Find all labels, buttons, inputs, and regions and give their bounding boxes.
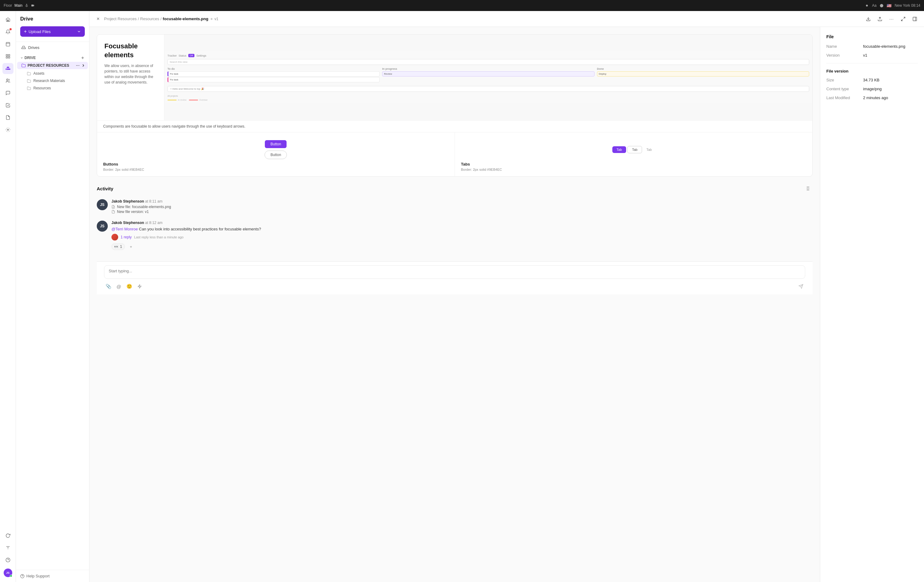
reaction-row: 👀 1 + [111,243,813,250]
add-section-icon[interactable] [81,56,85,60]
tracker-col-progress: In progress Review [382,67,594,83]
activity-item-2: JS Jakob Stephenson at 8:12 am @Terri Mo… [97,220,813,250]
help-icon [20,574,25,578]
svg-rect-3 [8,54,10,56]
project-resources-row[interactable]: PROJECT RESOURCES [17,62,88,69]
content-area: Focusable elements We allow users, in ab… [89,27,924,582]
sidebar-home-icon[interactable] [2,14,13,25]
svg-rect-1 [6,43,10,46]
sidebar-filter-icon[interactable] [2,542,13,553]
activity-item-1: JS Jakob Stephenson at 8:11 am New file:… [97,199,813,214]
flag-icon: 🇺🇸 [887,3,891,8]
sidebar-notifications-icon[interactable] [2,26,13,37]
search-icon-top[interactable] [865,4,869,8]
sidebar-drive-icon[interactable] [2,63,13,74]
activity-meta-1: Jakob Stephenson at 8:11 am [111,199,813,204]
close-button[interactable]: ✕ [94,15,102,23]
activity-body-2: Jakob Stephenson at 8:12 am @Terri Monro… [111,220,813,250]
tracker-col-todo: To do Fix task Fix task [167,67,380,83]
folder-assets[interactable]: Assets [25,70,89,77]
image-preview-bottom: Button Button Buttons Border: 2px solid … [97,132,812,176]
sidebar-tasks-icon[interactable] [2,100,13,111]
btn-demo-outline: Button [264,151,287,159]
send-button[interactable] [797,282,805,291]
last-modified-label: Last Modified [826,95,863,100]
sidebar-toggle-button[interactable] [911,15,919,23]
version-icon [111,210,115,214]
btn-demo-filled: Button [265,140,287,148]
upload-button[interactable]: + Upload Files [20,26,85,37]
svg-point-16 [78,65,78,66]
help-label: Help Support [26,574,50,578]
svg-point-0 [880,4,883,7]
tabs-border: Border: 2px solid #9EB4EC [461,168,807,171]
mention-button[interactable]: @ [114,282,123,291]
image-preview-top: Focusable elements We allow users, in ab… [97,35,812,120]
tracker-columns: To do Fix task Fix task In progress Revi… [167,67,809,83]
sidebar-file-icon[interactable] [2,112,13,123]
gif-button[interactable] [135,282,144,291]
folder-resources[interactable]: Resources [25,84,89,92]
svg-point-26 [808,188,808,189]
comment-tools: 📎 @ 🙂 [104,282,805,291]
name-value: focusable-elements.png [863,44,905,49]
font-icon: Aa [872,3,876,8]
preview-tabs-section: Tab Tab Tab Tabs Border: 2px solid #9EB4… [455,133,813,176]
download-button[interactable] [864,15,873,23]
sidebar-footer: Help Support [16,570,89,582]
more-icon[interactable] [76,63,80,67]
sidebar-question-icon[interactable] [2,554,13,566]
comment-input[interactable] [104,265,805,279]
folder-research-label: Research Materials [33,79,65,83]
activity-body-1: Jakob Stephenson at 8:11 am New file: fo… [111,199,813,214]
svg-rect-5 [8,57,10,58]
activity-time-1: at 8:11 am [145,199,163,204]
preview-title: Focusable elements [104,42,157,59]
reaction-emoji: 👀 [114,245,119,249]
sidebar-people-icon[interactable] [2,75,13,86]
emoji-button[interactable]: 🙂 [125,282,134,291]
help-support-item[interactable]: Help Support [20,574,85,578]
upload-version-button[interactable] [876,15,884,23]
sidebar-settings-icon[interactable] [2,124,13,135]
panel-divider [826,63,918,63]
tab-demo-active: Tab [612,146,626,153]
main: ✕ Project Resources / Resources / focusa… [89,11,924,582]
info-row-last-modified: Last Modified 2 minutes ago [826,95,918,100]
attach-button[interactable]: 📎 [104,282,113,291]
breadcrumb-1: Project Resources [104,16,137,21]
tab-demo-plain: Tab [643,146,655,153]
user-avatar[interactable]: JS [4,569,12,577]
info-row-name: Name focusable-elements.png [826,44,918,49]
reaction-add-button[interactable]: + [127,243,135,250]
section-header-left[interactable]: DRIVE [20,56,36,60]
reaction-button[interactable]: 👀 1 [111,243,125,250]
sidebar-updates-icon[interactable] [2,530,13,541]
folder-research[interactable]: Research Materials [25,77,89,84]
activity-filter-button[interactable] [804,184,813,193]
mic-icon [25,4,28,7]
plus-icon: + [24,29,26,34]
mention: @Terri Monroe [111,227,138,231]
tabs-label: Tabs [461,162,807,166]
name-label: Name [826,44,863,49]
svg-marker-34 [138,284,142,288]
breadcrumb-filename: focusable-elements.png [163,16,208,21]
expand-icon[interactable] [81,63,86,67]
file-version-title: File version [826,69,918,74]
sidebar-chat-icon[interactable] [2,87,13,99]
buttons-border: Border: 2px solid #9EB4EC [103,168,449,171]
reply-count[interactable]: 1 reply [120,235,132,239]
drives-item[interactable]: Drives [17,43,88,52]
svg-line-22 [901,19,903,21]
sidebar-chart-icon[interactable] [2,51,13,62]
more-options-button[interactable]: ··· [887,15,896,23]
drives-icon [21,46,26,50]
expand-button[interactable] [899,15,908,23]
sidebar-calendar-icon[interactable] [2,39,13,49]
project-resources-label: PROJECT RESOURCES [28,63,69,67]
info-row-content-type: Content type image/png [826,87,918,91]
folder-resources-label: Resources [33,86,51,90]
file-header-right: ··· [864,15,919,23]
last-modified-value: 2 minutes ago [863,95,888,100]
